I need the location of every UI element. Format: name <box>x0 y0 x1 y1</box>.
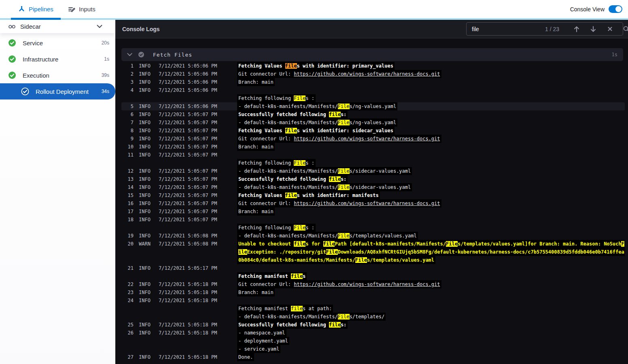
log-line[interactable]: 14INFO7/12/2021 5:05:07 PM- default-k8s-… <box>121 183 625 191</box>
log-link[interactable]: https://github.com/wings-software/harnes… <box>294 71 440 77</box>
log-line[interactable]: 25INFO7/12/2021 5:05:18 PMSuccessfully f… <box>121 321 625 329</box>
log-text-segment: Git connector Url: <box>238 201 294 206</box>
log-text-segment: - default-k8s-manifests/Manifests/ <box>238 168 338 174</box>
log-timestamp: 7/12/2021 5:05:17 PM <box>159 264 237 272</box>
log-line[interactable]: 22INFO7/12/2021 5:05:18 PMGit connector … <box>121 280 625 288</box>
log-text-segment: Successfully fetched following <box>238 322 329 328</box>
log-line[interactable]: 23INFO7/12/2021 5:05:18 PMBranch: main <box>121 288 625 296</box>
tab-inputs[interactable]: Inputs <box>61 0 103 18</box>
log-line[interactable]: 16INFO7/12/2021 5:05:07 PMGit connector … <box>121 199 625 207</box>
log-line[interactable]: Fetching following Files : <box>121 94 625 102</box>
log-text-segment: - namespace.yaml <box>238 330 285 336</box>
console-view-toggle[interactable] <box>609 5 622 13</box>
log-text-segment: Done. <box>238 354 253 360</box>
link-icon <box>8 24 16 30</box>
log-line[interactable]: 5INFO7/12/2021 5:05:06 PM- default-k8s-m… <box>121 102 625 110</box>
log-timestamp: 7/12/2021 5:05:07 PM <box>159 119 237 127</box>
log-line[interactable]: 18INFO7/12/2021 5:05:07 PM <box>121 216 625 224</box>
log-level: INFO <box>134 143 159 151</box>
log-message-text: Fetching Values files with identifier: s… <box>237 127 395 135</box>
log-line[interactable]: 6INFO7/12/2021 5:05:07 PMSuccessfully fe… <box>121 110 625 119</box>
log-timestamp: 7/12/2021 5:05:07 PM <box>159 127 237 135</box>
log-message: - namespace.yaml <box>237 329 625 337</box>
log-line[interactable]: Fetching manifest files at path: <box>121 305 625 313</box>
log-line[interactable]: 9INFO7/12/2021 5:05:07 PMGit connector U… <box>121 135 625 143</box>
log-message: Fetching following Files : <box>237 94 625 102</box>
log-message-text: Git connector Url: https://github.com/wi… <box>237 135 441 143</box>
log-message-text: Done. <box>237 353 254 361</box>
log-text-segment: - default-k8s-manifests/Manifests/ <box>238 104 338 109</box>
console-logs-panel: Console Logs 1 / 23 Fetch Files 1s <box>115 20 628 364</box>
log-line[interactable]: - deployment.yaml <box>121 337 625 345</box>
log-line[interactable]: 27INFO7/12/2021 5:05:18 PMDone. <box>121 353 625 361</box>
log-level: INFO <box>134 151 159 159</box>
log-message: - service.yaml <box>237 345 625 353</box>
log-line[interactable]: Fetching following Files : <box>121 159 625 167</box>
clear-search-button[interactable] <box>607 26 613 32</box>
log-line[interactable]: 17INFO7/12/2021 5:05:07 PMBranch: main <box>121 207 625 216</box>
next-match-button[interactable] <box>590 26 596 32</box>
log-message-text: Git connector Url: https://github.com/wi… <box>237 199 441 207</box>
sidebar-item-rollout-deployment[interactable]: Rollout Deployment34s <box>0 83 115 99</box>
log-message: Successfully fetched following files: <box>237 175 625 183</box>
tab-label: Inputs <box>79 6 95 13</box>
log-level: INFO <box>134 232 159 240</box>
log-message-text: - service.yaml <box>237 345 280 353</box>
log-text-segment: Git connector Url: <box>238 136 294 142</box>
log-line[interactable]: 13INFO7/12/2021 5:05:07 PMSuccessfully f… <box>121 175 625 183</box>
search-input[interactable] <box>472 26 545 32</box>
log-line[interactable]: 2INFO7/12/2021 5:05:06 PMGit connector U… <box>121 70 625 78</box>
log-line[interactable]: 19INFO7/12/2021 5:05:08 PM- default-k8s-… <box>121 232 625 240</box>
log-level: INFO <box>134 119 159 127</box>
log-line[interactable]: 21INFO7/12/2021 5:05:17 PM <box>121 264 625 272</box>
log-text-segment: Path [default-k8s-manifests/Manifests/ <box>335 241 446 247</box>
execution-sidebar: Sidecar Service20sInfrastructure1sExecut… <box>0 20 115 364</box>
log-line[interactable]: 10INFO7/12/2021 5:05:07 PMBranch: main <box>121 143 625 151</box>
log-message-text: - default-k8s-manifests/Manifests/Files/… <box>237 313 386 321</box>
log-line[interactable]: 3INFO7/12/2021 5:05:06 PMBranch: main <box>121 78 625 86</box>
log-timestamp: 7/12/2021 5:05:18 PM <box>159 280 237 288</box>
search-match-highlight: ile <box>238 249 247 255</box>
log-line[interactable]: ileException: ./repository/gitFileDownlo… <box>121 248 625 256</box>
log-link[interactable]: https://github.com/wings-software/harnes… <box>294 201 440 206</box>
log-line[interactable]: 12INFO7/12/2021 5:05:07 PM- default-k8s-… <box>121 167 625 175</box>
search-match-highlight: File <box>338 104 350 109</box>
log-line[interactable]: 4INFO7/12/2021 5:05:06 PM <box>121 86 625 94</box>
log-line[interactable]: Fetching manifest files <box>121 272 625 280</box>
log-line[interactable]: - default-k8s-manifests/Manifests/Files/… <box>121 313 625 321</box>
sidebar-item-service[interactable]: Service20s <box>0 35 115 51</box>
log-line[interactable]: Fetching following Files : <box>121 224 625 232</box>
log-message-text: ileException: ./repository/gitFileDownlo… <box>237 248 625 256</box>
previous-match-button[interactable] <box>573 26 580 32</box>
sidebar-item-execution[interactable]: Execution39s <box>0 67 115 83</box>
log-line[interactable]: 1INFO7/12/2021 5:05:06 PMFetching Values… <box>121 62 625 70</box>
log-line[interactable]: 0b084c0/default-k8s-manifests/Manifests/… <box>121 256 625 264</box>
step-duration: 20s <box>102 40 109 46</box>
log-text-segment: Fetching following <box>238 160 294 166</box>
log-link[interactable]: https://github.com/wings-software/harnes… <box>294 136 440 142</box>
line-number: 18 <box>121 216 134 224</box>
tab-pipelines[interactable]: Pipelines <box>11 0 61 18</box>
search-match-highlight: File <box>338 233 350 239</box>
pipeline-icon <box>18 6 25 13</box>
log-link[interactable]: https://github.com/wings-software/harnes… <box>294 281 440 287</box>
chevron-down-icon[interactable] <box>97 25 102 28</box>
log-message: - default-k8s-manifests/Manifests/Files/… <box>237 167 625 175</box>
log-text-segment: Exception: ./repository/git <box>247 249 326 255</box>
log-line[interactable]: 8INFO7/12/2021 5:05:07 PMFetching Values… <box>121 127 625 135</box>
log-message-text: Fetching following Files : <box>237 94 316 102</box>
collapse-chevron-icon[interactable] <box>127 53 132 56</box>
log-text-segment: - default-k8s-manifests/Manifests/ <box>238 233 338 239</box>
log-line[interactable]: 11INFO7/12/2021 5:05:07 PM <box>121 151 625 159</box>
log-timestamp: 7/12/2021 5:05:07 PM <box>159 167 237 175</box>
log-line[interactable]: 7INFO7/12/2021 5:05:07 PM- default-k8s-m… <box>121 119 625 127</box>
search-icon[interactable] <box>623 26 628 32</box>
sidebar-item-infrastructure[interactable]: Infrastructure1s <box>0 51 115 67</box>
log-line[interactable]: 26INFO7/12/2021 5:05:18 PM- namespace.ya… <box>121 329 625 337</box>
log-line[interactable]: 15INFO7/12/2021 5:05:07 PMFetching Value… <box>121 191 625 199</box>
log-section-header[interactable]: Fetch Files 1s <box>121 48 623 61</box>
log-line[interactable]: 24INFO7/12/2021 5:05:18 PM <box>121 296 625 305</box>
stage-header[interactable]: Sidecar <box>0 20 115 33</box>
log-line[interactable]: - service.yaml <box>121 345 625 353</box>
log-line[interactable]: 20WARN7/12/2021 5:05:08 PMUnable to chec… <box>121 240 625 248</box>
